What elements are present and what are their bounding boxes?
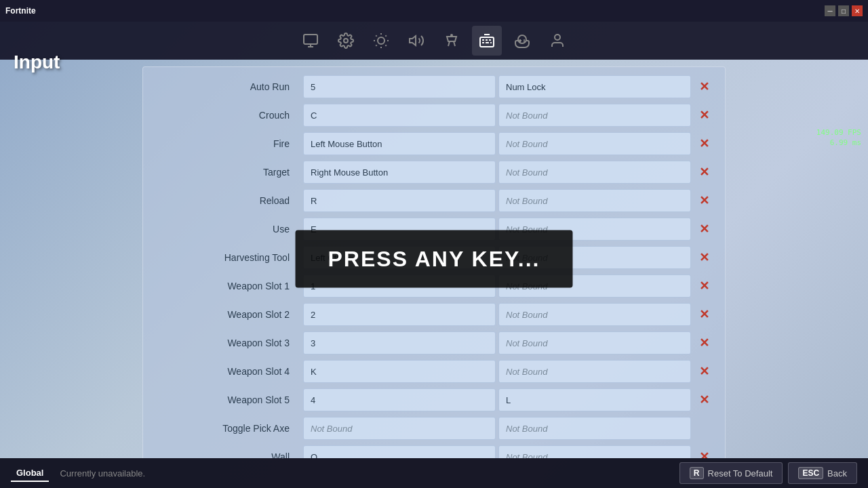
secondary-bind-slot[interactable]: Not Bound (498, 246, 691, 269)
svg-point-27 (555, 35, 560, 40)
keybind-row: Auto Run 5 Num Lock ✕ (143, 73, 725, 101)
minimize-button[interactable]: ─ (825, 5, 835, 16)
secondary-bind-slot[interactable]: Not Bound (498, 445, 691, 458)
nav-settings[interactable] (331, 26, 361, 56)
primary-bind-slot[interactable]: 3 (303, 331, 496, 354)
action-label: Weapon Slot 3 (154, 338, 303, 348)
svg-point-25 (524, 39, 525, 41)
action-label: Use (154, 224, 303, 235)
delete-bind-button[interactable]: ✕ (694, 190, 714, 211)
nav-audio[interactable] (401, 26, 431, 56)
action-label: Harvesting Tool (154, 252, 303, 263)
action-label: Weapon Slot 5 (154, 394, 303, 405)
window-title: Fortnite (5, 6, 36, 16)
keybind-row: Crouch C Not Bound ✕ (143, 101, 725, 129)
secondary-bind-slot[interactable]: Not Bound (498, 274, 691, 298)
action-label: Crouch (154, 110, 303, 121)
secondary-bind-slot[interactable]: Not Bound (498, 218, 691, 241)
secondary-bind-slot[interactable]: Not Bound (498, 303, 691, 326)
svg-rect-16 (482, 39, 484, 41)
svg-line-7 (376, 35, 376, 36)
back-label: Back (827, 468, 847, 479)
delete-bind-button[interactable]: ✕ (694, 77, 714, 97)
action-label: Toggle Pick Axe (154, 423, 303, 434)
primary-bind-slot[interactable]: Right Mouse Button (303, 161, 496, 184)
primary-bind-slot[interactable]: R (303, 189, 496, 212)
svg-rect-22 (518, 35, 526, 43)
keybind-row: Target Right Mouse Button Not Bound ✕ (143, 158, 725, 186)
keybind-row: Weapon Slot 3 3 Not Bound ✕ (143, 329, 725, 357)
keybind-row: Harvesting Tool Left Ctrl Not Bound ✕ (143, 243, 725, 272)
delete-bind-button[interactable]: ✕ (694, 219, 714, 239)
nav-input[interactable] (472, 26, 502, 56)
nav-accessibility[interactable] (437, 26, 467, 56)
bottom-bar: Global Currently unavailable. R Reset To… (0, 458, 868, 488)
title-bar: Fortnite ─ □ ✕ (0, 0, 868, 22)
action-label: Auto Run (154, 81, 303, 92)
reset-to-default-button[interactable]: R Reset To Default (679, 462, 783, 484)
secondary-bind-slot[interactable]: L (498, 388, 691, 411)
bottom-right: R Reset To Default ESC Back (679, 462, 857, 484)
delete-bind-button[interactable]: ✕ (694, 333, 714, 353)
secondary-bind-slot[interactable]: Not Bound (498, 104, 691, 127)
back-button[interactable]: ESC Back (788, 462, 857, 484)
primary-bind-slot[interactable]: Left Ctrl (303, 246, 496, 269)
primary-bind-slot[interactable]: Not Bound (303, 417, 496, 440)
maximize-button[interactable]: □ (838, 5, 849, 16)
svg-line-11 (376, 45, 376, 45)
back-key-badge: ESC (798, 467, 823, 479)
primary-bind-slot[interactable]: 4 (303, 388, 496, 411)
top-nav (0, 22, 868, 60)
secondary-bind-slot[interactable]: Not Bound (498, 161, 691, 184)
action-label: Weapon Slot 2 (154, 309, 303, 320)
svg-point-26 (524, 41, 525, 42)
secondary-bind-slot[interactable]: Not Bound (498, 189, 691, 212)
svg-rect-17 (486, 39, 488, 41)
delete-bind-button[interactable]: ✕ (694, 162, 714, 182)
nav-brightness[interactable] (366, 26, 396, 56)
primary-bind-slot[interactable]: 2 (303, 303, 496, 326)
svg-rect-20 (486, 42, 489, 43)
action-label: Wall (154, 451, 303, 458)
fps-value: 149.09 FPS (816, 127, 861, 138)
delete-bind-button[interactable]: ✕ (694, 134, 714, 154)
ms-value: 6.99 ms (816, 138, 861, 148)
primary-bind-slot[interactable]: Left Mouse Button (303, 132, 496, 155)
svg-point-3 (344, 39, 348, 43)
app-window: Fortnite ─ □ ✕ Input (0, 0, 868, 488)
secondary-bind-slot[interactable]: Not Bound (498, 360, 691, 383)
action-label: Target (154, 167, 303, 178)
bottom-left: Global Currently unavailable. (11, 465, 145, 482)
nav-display[interactable] (296, 26, 326, 56)
delete-bind-button[interactable]: ✕ (694, 390, 714, 410)
close-button[interactable]: ✕ (852, 5, 863, 16)
nav-account[interactable] (542, 26, 572, 56)
secondary-bind-slot[interactable]: Num Lock (498, 75, 691, 98)
keybind-row: Use E Not Bound ✕ (143, 215, 725, 243)
primary-bind-slot[interactable]: C (303, 104, 496, 127)
primary-bind-slot[interactable]: E (303, 218, 496, 241)
svg-point-4 (378, 37, 384, 44)
svg-marker-13 (410, 36, 416, 45)
primary-bind-slot[interactable]: 5 (303, 75, 496, 98)
keybind-row: Wall Q Not Bound ✕ (143, 443, 725, 458)
primary-bind-slot[interactable]: K (303, 360, 496, 383)
primary-bind-slot[interactable]: Q (303, 445, 496, 458)
delete-bind-button[interactable]: ✕ (694, 247, 714, 268)
status-text: Currently unavailable. (60, 468, 145, 479)
primary-bind-slot[interactable]: 1 (303, 274, 496, 298)
nav-controller[interactable] (507, 26, 537, 56)
secondary-bind-slot[interactable]: Not Bound (498, 132, 691, 155)
tab-global[interactable]: Global (11, 465, 49, 482)
main-content: 149.09 FPS 6.99 ms Auto Run 5 Num Lock ✕… (0, 60, 868, 458)
delete-bind-button[interactable]: ✕ (694, 304, 714, 325)
title-bar-controls: ─ □ ✕ (825, 5, 863, 16)
secondary-bind-slot[interactable]: Not Bound (498, 417, 691, 440)
delete-bind-button[interactable]: ✕ (694, 361, 714, 382)
action-label: Reload (154, 195, 303, 206)
delete-bind-button[interactable]: ✕ (694, 447, 714, 458)
delete-bind-button[interactable]: ✕ (694, 276, 714, 296)
secondary-bind-slot[interactable]: Not Bound (498, 331, 691, 354)
page-title: Input (14, 52, 60, 73)
delete-bind-button[interactable]: ✕ (694, 105, 714, 125)
